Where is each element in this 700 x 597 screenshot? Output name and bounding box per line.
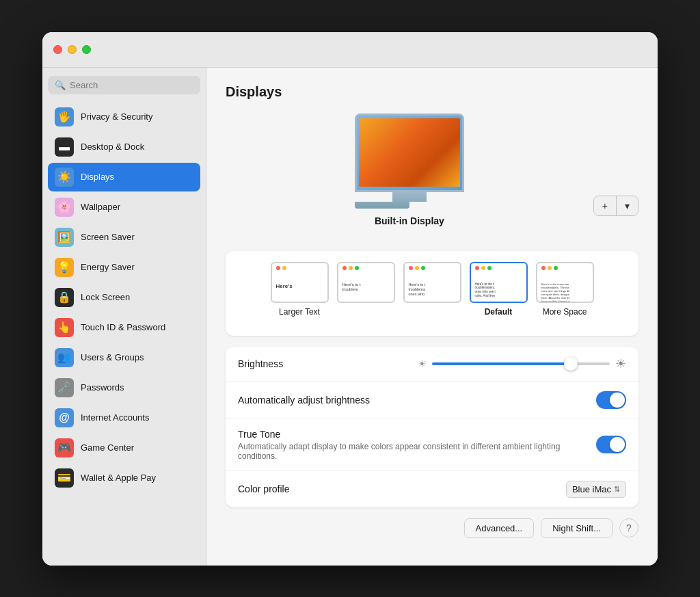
sun-large-icon: ☀ [615,356,626,371]
res-preview-text-3: Here's to ttroublemaones who [409,273,456,297]
brightness-row: Brightness ☀ ☀ [226,347,638,382]
add-display-buttons: + ▾ [593,196,638,216]
sidebar-item-wallet[interactable]: 💳Wallet & Apple Pay [48,464,200,492]
sidebar-item-users-groups[interactable]: 👥Users & Groups [48,343,200,372]
night-shift-button[interactable]: Night Shift... [541,518,612,538]
monitor-wallpaper [359,118,460,187]
true-tone-sublabel: Automatically adapt display to make colo… [238,442,585,461]
search-box[interactable]: 🔍 [48,76,200,94]
displays-icon: ☀️ [55,168,74,187]
search-input[interactable] [70,80,193,90]
color-profile-chevron: ⇅ [614,485,620,494]
game-center-icon: 🎮 [55,438,74,457]
advanced-button[interactable]: Advanced... [464,518,535,538]
privacy-security-icon: 🖐️ [55,107,74,127]
search-icon: 🔍 [55,80,66,90]
slider-thumb[interactable] [564,357,578,371]
screen-saver-label: Screen Saver [81,232,135,242]
res-preview-dots-default [475,266,492,270]
traffic-lights [53,45,91,54]
users-groups-icon: 👥 [55,348,74,367]
resolution-option-more-space[interactable]: Here's to the crazy seetroublemakers. Th… [536,262,594,317]
brightness-slider-container: ☀ ☀ [418,356,626,371]
color-profile-select[interactable]: Blue iMac ⇅ [566,481,626,498]
system-preferences-window: 🔍 🖐️Privacy & Security▬Desktop & Dock☀️D… [42,32,658,566]
passwords-icon: 🗝️ [55,378,74,397]
lock-screen-label: Lock Screen [81,292,130,302]
sidebar-item-internet-accounts[interactable]: @Internet Accounts [48,403,200,432]
res-preview-3: Here's to ttroublemaones who [403,262,461,303]
sidebar-item-displays[interactable]: ☀️Displays [48,163,200,191]
sidebar-item-energy-saver[interactable]: 💡Energy Saver [48,253,200,282]
add-display-section: + ▾ [593,114,638,216]
res-preview-text-2: Here's to ttroublem [342,273,390,293]
resolution-option-3[interactable]: Here's to ttroublemaones who [403,262,461,317]
auto-brightness-label: Automatically adjust brightness [238,395,596,406]
auto-brightness-row: Automatically adjust brightness [226,382,638,419]
color-profile-value: Blue iMac [572,484,611,494]
true-tone-label: True Tone [238,429,585,440]
screen-saver-icon: 🖼️ [55,228,74,247]
display-options-button[interactable]: ▾ [617,196,638,215]
help-button[interactable]: ? [619,518,638,538]
sidebar-items-list: 🖐️Privacy & Security▬Desktop & Dock☀️Dis… [48,103,200,492]
add-display-button[interactable]: + [594,196,617,215]
close-button[interactable] [53,45,62,54]
res-preview-default: Here's to the ctroublemakers.ones who se… [470,262,528,303]
res-preview-text: Here's [276,273,323,290]
maximize-button[interactable] [82,45,91,54]
passwords-label: Passwords [81,382,124,393]
color-profile-label: Color profile [238,483,566,494]
auto-brightness-toggle[interactable] [596,391,626,409]
true-tone-toggle-knob [610,437,625,452]
touch-id-label: Touch ID & Password [81,322,165,332]
display-header: Built-in Display + ▾ [226,114,638,240]
monitor-graphic [355,114,464,209]
res-preview-dots-2 [342,266,359,270]
game-center-label: Game Center [81,442,134,453]
privacy-security-label: Privacy & Security [81,111,152,122]
sidebar-item-lock-screen[interactable]: 🔒Lock Screen [48,283,200,312]
sidebar-item-screen-saver[interactable]: 🖼️Screen Saver [48,223,200,252]
res-preview-text-default: Here's to the ctroublemakers.ones who se… [475,273,522,298]
internet-accounts-label: Internet Accounts [81,412,149,423]
resolution-option-larger-text[interactable]: Here's Larger Text [271,262,329,317]
display-settings: Brightness ☀ ☀ Automatically adjust brig… [226,347,638,507]
page-title: Displays [226,84,638,100]
display-preview: Built-in Display [355,114,464,226]
sidebar: 🔍 🖐️Privacy & Security▬Desktop & Dock☀️D… [42,68,206,566]
wallet-label: Wallet & Apple Pay [81,473,156,483]
minimize-button[interactable] [68,45,77,54]
resolution-section: Here's Larger Text Here's to ttro [226,251,638,336]
res-preview-text-more-space: Here's to the crazy seetroublemakers. Th… [541,273,589,303]
brightness-slider[interactable] [432,362,610,365]
res-label-larger-text: Larger Text [279,307,320,317]
desktop-dock-icon: ▬ [55,137,74,157]
sidebar-item-touch-id[interactable]: 👆Touch ID & Password [48,313,200,342]
users-groups-label: Users & Groups [81,352,144,362]
sidebar-item-desktop-dock[interactable]: ▬Desktop & Dock [48,133,200,161]
resolution-option-2[interactable]: Here's to ttroublem [337,262,395,317]
titlebar [42,32,658,68]
monitor-stand [392,192,427,202]
resolution-option-default[interactable]: Here's to the ctroublemakers.ones who se… [470,262,528,317]
toggle-knob [610,393,625,408]
wallpaper-label: Wallpaper [81,202,120,212]
wallet-icon: 💳 [55,468,74,488]
res-preview-more-space: Here's to the crazy seetroublemakers. Th… [536,262,594,303]
true-tone-toggle[interactable] [596,436,626,453]
energy-saver-icon: 💡 [55,258,74,277]
touch-id-icon: 👆 [55,318,74,337]
monitor-base [355,202,409,209]
brightness-label: Brightness [238,358,418,369]
energy-saver-label: Energy Saver [81,262,135,272]
sidebar-item-wallpaper[interactable]: 🌸Wallpaper [48,193,200,222]
sidebar-item-privacy-security[interactable]: 🖐️Privacy & Security [48,103,200,131]
sidebar-item-game-center[interactable]: 🎮Game Center [48,434,200,462]
true-tone-row: True Tone Automatically adapt display to… [226,419,638,471]
sidebar-item-passwords[interactable]: 🗝️Passwords [48,373,200,402]
internet-accounts-icon: @ [55,408,74,427]
sun-small-icon: ☀ [418,358,427,369]
res-label-default: Default [485,307,513,317]
bottom-buttons: Advanced... Night Shift... ? [226,518,638,538]
